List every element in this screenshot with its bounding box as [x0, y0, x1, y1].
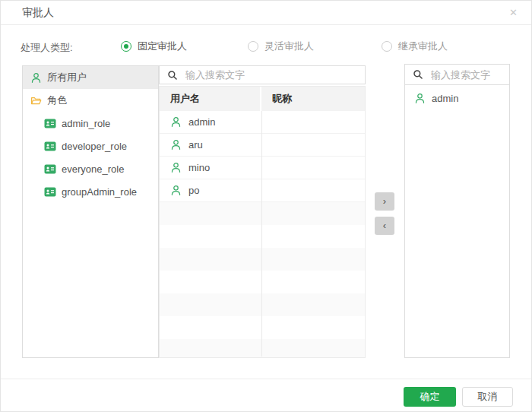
radio-label: 固定审批人	[138, 40, 187, 53]
tree-item-label: groupAdmin_role	[62, 186, 137, 198]
folder-open-icon	[30, 95, 42, 106]
chevron-left-icon: ‹	[383, 220, 386, 231]
radio-flexible-approver[interactable]: 灵活审批人	[248, 40, 314, 53]
tree-item-groupadmin-role[interactable]: groupAdmin_role	[23, 180, 158, 203]
username-cell: mino	[188, 162, 210, 173]
radio-inherit-approver[interactable]: 继承审批人	[382, 40, 448, 53]
tree-item-admin-role[interactable]: admin_role	[23, 112, 158, 135]
tree-item-label: developer_role	[62, 141, 127, 152]
org-tree-panel: 所有用户 角色 admin_role	[22, 65, 159, 358]
radio-label: 继承审批人	[398, 40, 448, 53]
user-row-aru[interactable]: aru	[160, 134, 365, 157]
source-search-box	[159, 65, 366, 84]
search-icon	[413, 69, 423, 80]
tree-item-all-users[interactable]: 所有用户	[23, 66, 158, 89]
tree-item-developer-role[interactable]: developer_role	[23, 135, 158, 157]
tree-item-label: 所有用户	[47, 71, 87, 84]
radio-unselected-icon	[248, 41, 258, 52]
close-icon[interactable]: ✕	[509, 1, 518, 24]
tree-item-label: 角色	[47, 93, 67, 107]
confirm-button[interactable]: 确定	[404, 387, 456, 407]
user-icon	[170, 185, 182, 196]
search-icon	[167, 70, 178, 81]
radio-fixed-approver[interactable]: 固定审批人	[121, 40, 187, 53]
tree-item-everyone-role[interactable]: everyone_role	[23, 157, 158, 180]
users-table: 用户名 昵称 admin	[159, 86, 366, 358]
footer-divider	[1, 379, 531, 379]
radio-label: 灵活审批人	[264, 40, 314, 53]
column-divider	[261, 111, 262, 357]
selected-user-label: admin	[432, 93, 458, 104]
target-search-input[interactable]	[429, 68, 509, 81]
user-icon	[170, 139, 182, 151]
username-cell: aru	[188, 139, 203, 151]
tree-item-label: everyone_role	[62, 163, 124, 175]
role-card-icon	[44, 164, 56, 174]
user-row-po[interactable]: po	[160, 179, 365, 202]
user-icon	[170, 116, 182, 128]
dialog-header: 审批人 ✕	[1, 1, 531, 25]
cancel-button[interactable]: 取消	[462, 387, 513, 407]
selected-user-item[interactable]: admin	[405, 87, 509, 109]
dialog-title: 审批人	[22, 1, 54, 24]
radio-unselected-icon	[382, 41, 392, 52]
chevron-right-icon: ›	[383, 195, 386, 207]
tree-item-roles[interactable]: 角色	[23, 89, 158, 112]
user-icon	[30, 72, 42, 84]
target-search-box	[405, 65, 509, 85]
role-card-icon	[44, 187, 56, 197]
source-users-panel: 用户名 昵称 admin	[159, 65, 366, 358]
user-row-admin[interactable]: admin	[160, 111, 365, 134]
role-card-icon	[44, 119, 56, 128]
user-icon	[414, 93, 426, 104]
move-left-button[interactable]: ‹	[375, 217, 394, 235]
column-header-username: 用户名	[160, 87, 261, 111]
column-header-nickname: 昵称	[261, 87, 365, 111]
username-cell: po	[188, 185, 199, 196]
user-icon	[170, 162, 182, 173]
user-row-mino[interactable]: mino	[160, 157, 365, 179]
tree-item-label: admin_role	[62, 118, 110, 129]
handler-type-label: 处理人类型:	[21, 41, 73, 55]
approver-dialog: 审批人 ✕ 处理人类型: 固定审批人 灵活审批人 继承审批人 所有用户 角色	[0, 0, 532, 412]
radio-selected-icon	[121, 41, 131, 52]
users-table-header: 用户名 昵称	[160, 87, 365, 111]
move-right-button[interactable]: ›	[375, 192, 394, 211]
empty-rows-area	[160, 202, 365, 357]
role-card-icon	[44, 141, 56, 151]
source-search-input[interactable]	[184, 68, 365, 81]
selected-users-panel: admin	[404, 64, 510, 358]
username-cell: admin	[188, 116, 215, 128]
